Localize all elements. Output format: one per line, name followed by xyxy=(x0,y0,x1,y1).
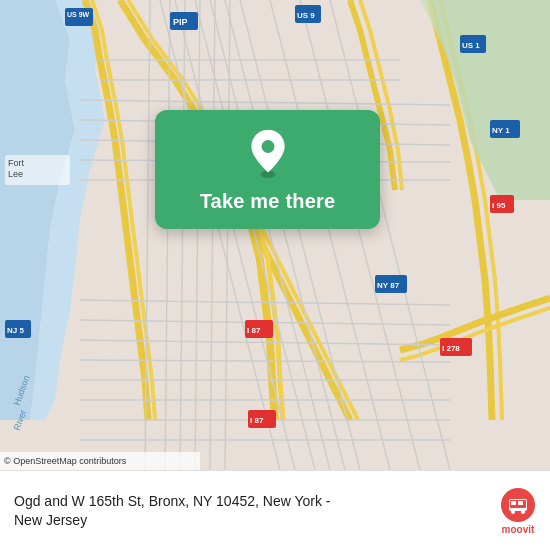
svg-text:Fort: Fort xyxy=(8,158,25,168)
svg-text:PIP: PIP xyxy=(173,17,188,27)
svg-text:I 278: I 278 xyxy=(442,344,460,353)
moovit-icon xyxy=(500,487,536,523)
svg-text:US 1: US 1 xyxy=(462,41,480,50)
svg-point-65 xyxy=(511,510,515,514)
moovit-label: moovit xyxy=(502,524,535,535)
svg-text:I 87: I 87 xyxy=(247,326,261,335)
map-container: Fort Lee US 9W PIP US 9 US 1 I 95 NY 1 I… xyxy=(0,0,550,470)
take-me-there-button[interactable]: Take me there xyxy=(200,190,336,213)
svg-text:I 87: I 87 xyxy=(250,416,264,425)
svg-text:NY 87: NY 87 xyxy=(377,281,400,290)
svg-text:US 9: US 9 xyxy=(297,11,315,20)
moovit-logo: moovit xyxy=(500,487,536,535)
bottom-bar: Ogd and W 165th St, Bronx, NY 10452, New… xyxy=(0,470,550,550)
svg-text:I 95: I 95 xyxy=(492,201,506,210)
action-card[interactable]: Take me there xyxy=(155,110,380,229)
svg-text:Lee: Lee xyxy=(8,169,23,179)
address-text: Ogd and W 165th St, Bronx, NY 10452, New… xyxy=(14,492,490,530)
svg-rect-67 xyxy=(511,501,516,505)
svg-point-66 xyxy=(521,510,525,514)
svg-text:© OpenStreetMap contributors: © OpenStreetMap contributors xyxy=(4,456,127,466)
map-background: Fort Lee US 9W PIP US 9 US 1 I 95 NY 1 I… xyxy=(0,0,550,470)
svg-text:NJ 5: NJ 5 xyxy=(7,326,24,335)
svg-text:US 9W: US 9W xyxy=(67,11,90,18)
svg-text:NY 1: NY 1 xyxy=(492,126,510,135)
svg-point-61 xyxy=(261,140,274,153)
svg-rect-68 xyxy=(518,501,523,505)
location-pin-icon xyxy=(246,128,290,178)
